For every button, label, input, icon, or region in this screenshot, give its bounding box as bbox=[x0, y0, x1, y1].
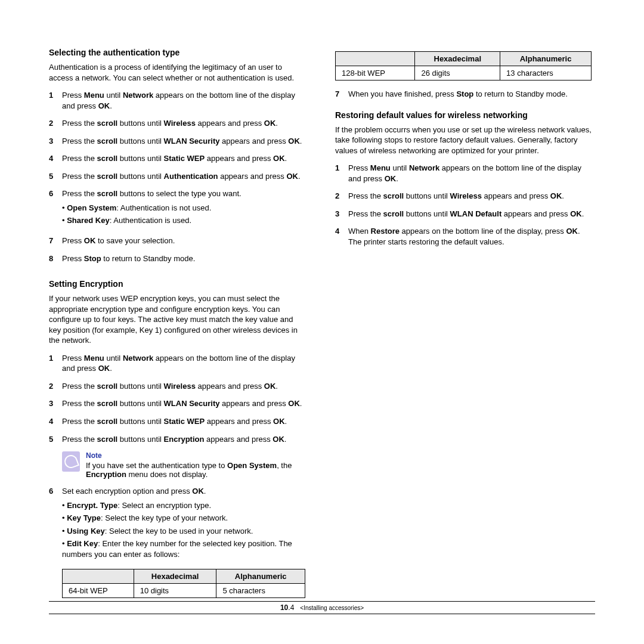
step-item: 7When you have finished, press Stop to r… bbox=[335, 89, 592, 100]
step-item: 3Press the scroll buttons until WLAN Sec… bbox=[49, 136, 305, 147]
step-text: . bbox=[396, 174, 398, 183]
step-item: 7Press OK to save your selection. bbox=[49, 236, 305, 246]
step-text: appears and press bbox=[501, 209, 570, 218]
step-keyword: OK bbox=[273, 417, 285, 426]
step-text: When bbox=[348, 227, 371, 236]
note-text-post: menu does not display. bbox=[126, 470, 208, 479]
step-item: 5Press the scroll buttons until Authenti… bbox=[49, 171, 305, 182]
step-item: 2Press the scroll buttons until Wireless… bbox=[49, 118, 305, 129]
step-number: 3 bbox=[49, 398, 62, 409]
step-keyword: scroll bbox=[97, 399, 118, 408]
document-page: Selecting the authentication type Authen… bbox=[0, 0, 644, 644]
step-item: 1Press Menu until Network appears on the… bbox=[49, 353, 305, 374]
table-header-hex: Hexadecimal bbox=[415, 52, 500, 66]
step-number: 5 bbox=[49, 434, 62, 445]
page-number-major: 10 bbox=[280, 603, 288, 612]
step-body: Press Menu until Network appears on the … bbox=[62, 353, 305, 374]
sublist-text: : Select an encryption type. bbox=[117, 501, 211, 510]
step-body: Set each encryption option and press OK.… bbox=[62, 486, 305, 562]
step-keyword: Network bbox=[409, 163, 439, 172]
step-text: appears on the bottom line of the displa… bbox=[400, 227, 566, 236]
sublist-keyword: Encrypt. Type bbox=[67, 501, 117, 510]
step-text: appears and press bbox=[205, 417, 273, 426]
step-text: Press the bbox=[62, 154, 97, 163]
sublist-keyword: Edit Key bbox=[67, 539, 98, 548]
step-item: 4Press the scroll buttons until Static W… bbox=[49, 153, 305, 164]
table-cell-label: 64-bit WEP bbox=[63, 584, 134, 598]
step-text: to return to Standby mode. bbox=[101, 254, 196, 263]
step-keyword: scroll bbox=[97, 137, 118, 145]
table-row: 128-bit WEP 26 digits 13 characters bbox=[336, 66, 592, 80]
two-column-layout: Selecting the authentication type Authen… bbox=[49, 48, 595, 606]
step-keyword: Restore bbox=[371, 227, 400, 236]
step-keyword: Menu bbox=[370, 163, 391, 172]
sublist-text: : Authentication is not used. bbox=[116, 203, 211, 212]
step-keyword: scroll bbox=[97, 435, 118, 444]
step-text: appears and press bbox=[218, 172, 287, 181]
step-keyword: WLAN Security bbox=[164, 137, 220, 145]
step-body: Press the scroll buttons until WLAN Secu… bbox=[62, 136, 305, 147]
step-keyword: Menu bbox=[84, 91, 104, 100]
step-text: buttons to select the type you want. bbox=[117, 189, 241, 198]
step-text: When you have finished, press bbox=[348, 89, 456, 98]
step-item: 6Set each encryption option and press OK… bbox=[49, 486, 305, 562]
step-keyword: Wireless bbox=[450, 191, 482, 200]
step-keyword: Wireless bbox=[164, 382, 196, 391]
step-keyword: OK bbox=[288, 137, 300, 145]
step-item: 3Press the scroll buttons until WLAN Sec… bbox=[49, 398, 305, 409]
step-body: Press Stop to return to Standby mode. bbox=[62, 253, 305, 264]
step-text: Press the bbox=[62, 382, 97, 391]
step-text: . bbox=[285, 417, 287, 426]
step-body: Press the scroll buttons until Wireless … bbox=[62, 118, 305, 129]
step-item: 4When Restore appears on the bottom line… bbox=[335, 226, 592, 247]
step-body: Press the scroll buttons until Static WE… bbox=[62, 153, 305, 164]
table-header-alpha: Alphanumeric bbox=[500, 52, 592, 66]
step-sublist: Encrypt. Type: Select an encryption type… bbox=[62, 500, 305, 560]
step-number: 7 bbox=[49, 236, 62, 246]
page-number-minor: .4 bbox=[288, 603, 294, 612]
sublist-item: Using Key: Select the key to be used in … bbox=[62, 526, 305, 537]
step-number: 8 bbox=[49, 253, 62, 264]
step-number: 1 bbox=[49, 90, 62, 111]
sublist-keyword: Using Key bbox=[67, 527, 105, 535]
step-keyword: scroll bbox=[97, 154, 118, 163]
step-item: 6Press the scroll buttons to select the … bbox=[49, 188, 305, 228]
table-cell-hex: 10 digits bbox=[134, 584, 216, 598]
note-text-mid: , the bbox=[277, 461, 292, 470]
step-text: Press bbox=[62, 254, 84, 263]
step-text: Press the bbox=[62, 172, 97, 181]
step-body: Press the scroll buttons to select the t… bbox=[62, 188, 305, 228]
auth-steps-list: 1Press Menu until Network appears on the… bbox=[49, 90, 305, 264]
step-keyword: Encryption bbox=[164, 435, 205, 444]
note-icon bbox=[62, 451, 80, 472]
step-text: buttons until bbox=[117, 382, 163, 391]
step-item: 1Press Menu until Network appears on the… bbox=[49, 90, 305, 111]
step-text: buttons until bbox=[404, 191, 450, 200]
step-keyword: scroll bbox=[97, 189, 118, 198]
sublist-item: Edit Key: Enter the key number for the s… bbox=[62, 538, 305, 559]
step-text: until bbox=[104, 91, 123, 100]
step-text: appears and press bbox=[196, 119, 264, 128]
step-body: When Restore appears on the bottom line … bbox=[348, 226, 592, 247]
step-text: appears and press bbox=[196, 382, 264, 391]
step-keyword: Static WEP bbox=[164, 417, 205, 426]
sublist-item: Open System: Authentication is not used. bbox=[62, 203, 305, 213]
step-text: . bbox=[284, 435, 287, 444]
step-keyword: OK bbox=[84, 236, 96, 245]
step-item: 5Press the scroll buttons until Encrypti… bbox=[49, 434, 305, 445]
step-text: buttons until bbox=[117, 399, 163, 408]
step-body: Press the scroll buttons until WLAN Secu… bbox=[62, 398, 305, 409]
step-text: appears and press bbox=[219, 399, 288, 408]
step-text: buttons until bbox=[117, 172, 163, 181]
note-text: If you have set the authentication type … bbox=[86, 461, 305, 479]
step-item: 2Press the scroll buttons until Wireless… bbox=[335, 191, 592, 202]
encryption-steps-list: 1Press Menu until Network appears on the… bbox=[49, 353, 305, 444]
step-keyword: OK bbox=[286, 172, 298, 181]
step-number: 7 bbox=[335, 89, 348, 100]
step-text: Press the bbox=[62, 417, 97, 426]
table-header-hex: Hexadecimal bbox=[134, 569, 216, 584]
step-text: . bbox=[204, 487, 206, 496]
sublist-keyword: Shared Key bbox=[67, 216, 110, 225]
step-text: buttons until bbox=[117, 154, 163, 163]
table-row: 64-bit WEP 10 digits 5 characters bbox=[63, 584, 305, 598]
